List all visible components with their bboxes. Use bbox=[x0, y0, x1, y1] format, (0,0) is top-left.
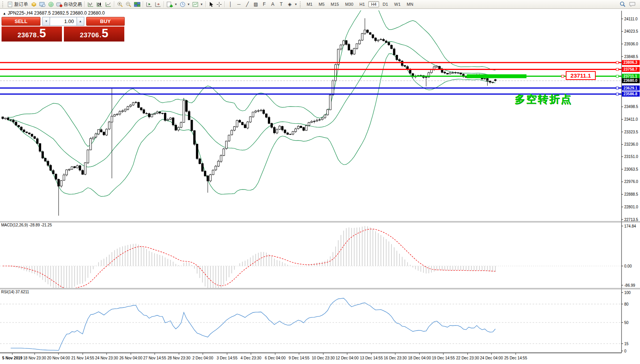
crosshair-button[interactable] bbox=[215, 1, 223, 8]
candle-body bbox=[287, 133, 289, 135]
order-prices-row: 23678 . 5 23706 . 5 bbox=[2, 27, 125, 42]
tf-button-D1[interactable]: D1 bbox=[380, 1, 391, 7]
tf-button-M5[interactable]: M5 bbox=[316, 1, 327, 7]
level-handle[interactable] bbox=[616, 93, 618, 95]
indicators-icon bbox=[167, 2, 173, 7]
tf-button-H4[interactable]: H4 bbox=[368, 1, 379, 7]
buy-button[interactable]: BUY bbox=[86, 17, 125, 26]
candle-body bbox=[356, 44, 358, 48]
candle-body bbox=[169, 118, 171, 120]
price-callout-box[interactable]: 23711.1 bbox=[566, 71, 596, 80]
candle-body bbox=[260, 110, 262, 111]
turning-point-note[interactable]: 多空转折点 bbox=[515, 92, 572, 106]
candle-body bbox=[124, 109, 126, 111]
candle-body bbox=[145, 113, 147, 114]
navigator-button[interactable] bbox=[38, 1, 47, 8]
candle-body bbox=[295, 129, 297, 131]
candlestick-chart-button[interactable] bbox=[95, 1, 104, 8]
arrows-tool-button[interactable]: ◈▼ bbox=[286, 1, 299, 8]
toolbar-grip[interactable] bbox=[300, 2, 302, 7]
candle-body bbox=[4, 118, 6, 119]
level-handle[interactable] bbox=[616, 75, 618, 77]
tf-button-M1[interactable]: M1 bbox=[304, 1, 315, 7]
tf-button-W1[interactable]: W1 bbox=[391, 1, 403, 7]
buy-price-panel[interactable]: 23706 . 5 bbox=[64, 27, 124, 42]
candle-body bbox=[42, 151, 43, 158]
vline-tool-button[interactable]: │ bbox=[226, 1, 235, 8]
autotrade-button[interactable]: 自动交易 bbox=[55, 1, 83, 8]
time-tick-label: 24 Dec 04:00 bbox=[480, 356, 503, 360]
timeframe-group: M1M5M15M30H1H4D1W1MN bbox=[304, 2, 416, 7]
tf-button-H1[interactable]: H1 bbox=[357, 1, 368, 7]
channel-tool-button[interactable]: ▨ bbox=[252, 1, 260, 8]
candle-body bbox=[12, 120, 14, 122]
arrows-caret-icon: ▼ bbox=[294, 3, 297, 6]
sell-button[interactable]: SELL bbox=[2, 17, 40, 26]
order-controls-row: SELL ▼ 1.00 ▲ BUY bbox=[2, 17, 125, 26]
vline-icon: │ bbox=[227, 2, 234, 7]
toolbar-grip[interactable] bbox=[2, 2, 5, 7]
search-icon[interactable] bbox=[620, 1, 626, 7]
text-tool-button[interactable]: A bbox=[269, 1, 277, 8]
candle-body bbox=[484, 79, 486, 79]
hline-icon: ─ bbox=[236, 2, 242, 7]
candle-body bbox=[446, 73, 448, 74]
level-handle[interactable] bbox=[616, 87, 618, 89]
indicators-button[interactable]: ▼ bbox=[165, 1, 179, 8]
hline-tool-button[interactable]: ─ bbox=[235, 1, 243, 8]
candle-body bbox=[399, 60, 401, 61]
sell-price-panel[interactable]: 23678 . 5 bbox=[2, 27, 62, 42]
candle-body bbox=[438, 66, 440, 68]
new-order-button[interactable]: 新订单 bbox=[6, 1, 29, 8]
toolbar-separator bbox=[224, 1, 225, 7]
collapse-icon[interactable]: ▲ bbox=[3, 12, 6, 15]
volume-input[interactable]: 1.00 bbox=[50, 17, 77, 26]
market-watch-button[interactable] bbox=[29, 1, 38, 8]
level-handle[interactable] bbox=[616, 68, 618, 71]
fibonacci-tool-button[interactable]: F bbox=[260, 1, 269, 8]
level-handle[interactable] bbox=[616, 61, 618, 64]
zoom-in-button[interactable] bbox=[116, 1, 124, 8]
chat-icon[interactable] bbox=[629, 2, 636, 7]
sell-price-main: 23678 bbox=[18, 32, 37, 39]
highlight-segment[interactable] bbox=[467, 74, 526, 78]
candle-body bbox=[202, 164, 204, 171]
candle-body bbox=[137, 102, 139, 108]
line-chart-icon bbox=[105, 2, 112, 7]
fibonacci-icon: F bbox=[261, 2, 267, 7]
candle-body bbox=[164, 113, 166, 120]
tile-windows-button[interactable] bbox=[133, 1, 142, 8]
label-tool-button[interactable]: T bbox=[277, 1, 286, 8]
time-tick-label: 24 Nov 23:30 bbox=[95, 356, 118, 360]
candle-body bbox=[300, 126, 302, 128]
price-tick-label: 23323.5 bbox=[624, 130, 638, 134]
candle-body bbox=[281, 126, 283, 130]
crosshair-icon bbox=[216, 2, 222, 7]
periods-button[interactable]: ▼ bbox=[179, 1, 191, 8]
cursor-button[interactable] bbox=[207, 1, 215, 8]
templates-button[interactable]: ▼ bbox=[191, 1, 204, 8]
tf-button-M30[interactable]: M30 bbox=[343, 1, 356, 7]
candle-body bbox=[241, 122, 243, 125]
candle-body bbox=[457, 73, 459, 73]
chart-shift-button[interactable] bbox=[154, 1, 162, 8]
candle-body bbox=[383, 39, 384, 41]
label-tool-icon: T bbox=[278, 2, 284, 7]
auto-scroll-button[interactable] bbox=[145, 1, 154, 8]
candle-body bbox=[140, 108, 142, 110]
zoom-out-button[interactable] bbox=[124, 1, 133, 8]
chart-canvas[interactable]: 24111.024023.523936.023848.523498.523411… bbox=[0, 9, 640, 364]
candle-body bbox=[127, 106, 129, 109]
trendline-tool-button[interactable]: ╱ bbox=[243, 1, 252, 8]
candle-body bbox=[223, 149, 225, 155]
price-tick-label: 23236.0 bbox=[624, 142, 638, 146]
tf-button-MN[interactable]: MN bbox=[404, 1, 416, 7]
tf-button-M15[interactable]: M15 bbox=[328, 1, 341, 7]
bar-chart-button[interactable] bbox=[86, 1, 95, 8]
volume-up-button[interactable]: ▲ bbox=[77, 17, 84, 26]
volume-down-button[interactable]: ▼ bbox=[42, 17, 50, 26]
candle-body bbox=[313, 121, 315, 121]
candle-body bbox=[372, 35, 374, 38]
line-chart-button[interactable] bbox=[104, 1, 113, 8]
signals-button[interactable]: @ bbox=[47, 1, 55, 8]
